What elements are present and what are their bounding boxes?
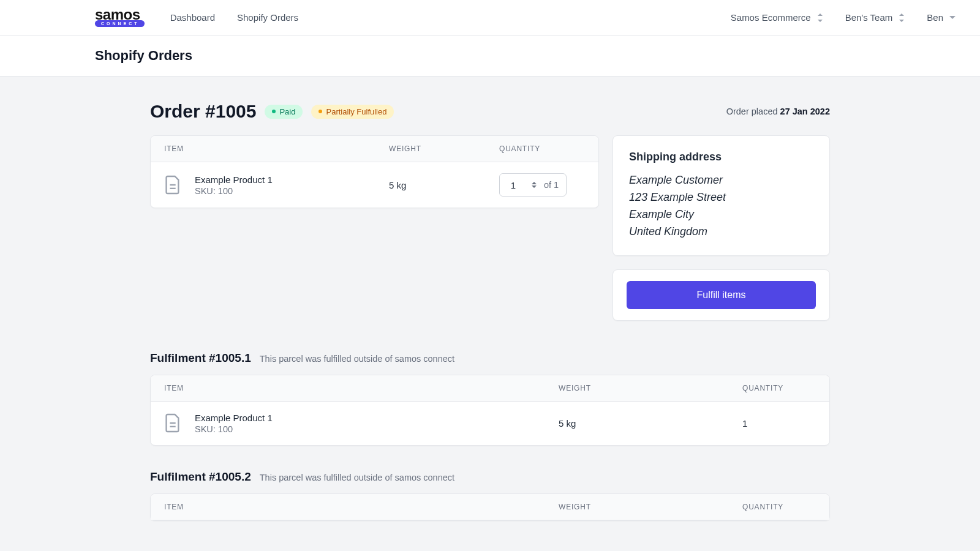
fulfilment-note: This parcel was fulfilled outside of sam…: [260, 473, 454, 482]
col-item: ITEM: [164, 503, 559, 511]
nav-shopify-orders[interactable]: Shopify Orders: [237, 12, 298, 23]
shipping-name: Example Customer: [629, 172, 813, 189]
col-item: ITEM: [164, 144, 389, 153]
table-row: Example Product 1 SKU: 100 5 kg 1: [151, 402, 829, 445]
quantity-of-label: of 1: [544, 180, 559, 190]
quantity-input[interactable]: [500, 174, 527, 196]
page-title: Shopify Orders: [95, 48, 980, 64]
document-icon: [164, 413, 181, 433]
pending-items-card: ITEM WEIGHT QUANTITY Example Product 1 S…: [150, 135, 599, 208]
shipping-heading: Shipping address: [629, 151, 813, 163]
col-weight: WEIGHT: [559, 503, 742, 511]
item-name: Example Product 1: [195, 413, 273, 423]
col-weight: WEIGHT: [559, 384, 742, 392]
qty-up-icon[interactable]: [532, 182, 537, 184]
updown-icon: [817, 13, 823, 22]
item-sku: SKU: 100: [195, 424, 273, 434]
fulfilment-title: Fulfilment #1005.1: [150, 351, 251, 365]
chevron-down-icon: [949, 16, 956, 19]
document-icon: [164, 174, 181, 195]
fulfill-card: Fulfill items: [612, 269, 830, 321]
order-title: Order #1005: [150, 101, 256, 122]
status-badge-partial: Partially Fulfulled: [311, 105, 394, 119]
item-weight: 5 kg: [559, 418, 742, 429]
team-name: Ben's Team: [845, 12, 893, 23]
user-name: Ben: [927, 12, 943, 23]
shipping-country: United Kingdom: [629, 223, 813, 241]
logo[interactable]: samos CONNECT: [95, 8, 145, 27]
status-badge-paid: Paid: [265, 105, 303, 119]
col-quantity: QUANTITY: [499, 144, 585, 153]
logo-text: samos: [95, 8, 145, 21]
fulfilment-section: Fulfilment #1005.2 This parcel was fulfi…: [150, 470, 830, 521]
item-quantity: 1: [742, 418, 816, 429]
order-header: Order #1005 Paid Partially Fulfulled Ord…: [150, 101, 830, 122]
col-quantity: QUANTITY: [742, 384, 816, 392]
qty-down-icon[interactable]: [532, 186, 537, 188]
item-weight: 5 kg: [389, 180, 499, 190]
table-header: ITEM WEIGHT QUANTITY: [151, 375, 829, 402]
col-item: ITEM: [164, 384, 559, 392]
table-row: Example Product 1 SKU: 100 5 kg of 1: [151, 162, 598, 208]
nav-dashboard[interactable]: Dashboard: [170, 12, 215, 23]
top-nav: samos CONNECT Dashboard Shopify Orders S…: [0, 0, 980, 36]
top-right: Samos Ecommerce Ben's Team Ben: [731, 12, 956, 23]
item-name: Example Product 1: [195, 174, 273, 185]
table-header: ITEM WEIGHT QUANTITY: [151, 494, 829, 520]
table-header: ITEM WEIGHT QUANTITY: [151, 136, 598, 162]
shipping-address-card: Shipping address Example Customer 123 Ex…: [612, 135, 830, 256]
col-quantity: QUANTITY: [742, 503, 816, 511]
shipping-city: Example City: [629, 206, 813, 223]
dot-icon: [272, 110, 276, 113]
shipping-street: 123 Example Street: [629, 189, 813, 206]
org-name: Samos Ecommerce: [731, 12, 811, 23]
user-menu[interactable]: Ben: [927, 12, 956, 23]
logo-subtext: CONNECT: [95, 20, 145, 27]
dot-icon: [318, 110, 322, 113]
quantity-stepper: of 1: [499, 173, 567, 197]
team-switcher[interactable]: Ben's Team: [845, 12, 905, 23]
primary-nav: Dashboard Shopify Orders: [170, 12, 298, 23]
org-switcher[interactable]: Samos Ecommerce: [731, 12, 823, 23]
item-sku: SKU: 100: [195, 186, 273, 196]
col-weight: WEIGHT: [389, 144, 499, 153]
order-placed: Order placed 27 Jan 2022: [726, 107, 830, 116]
fulfilment-title: Fulfilment #1005.2: [150, 470, 251, 484]
subheader: Shopify Orders: [0, 36, 980, 77]
fulfill-items-button[interactable]: Fulfill items: [627, 281, 816, 309]
updown-icon: [899, 13, 905, 22]
fulfilment-note: This parcel was fulfilled outside of sam…: [260, 354, 454, 364]
fulfilment-section: Fulfilment #1005.1 This parcel was fulfi…: [150, 351, 830, 446]
